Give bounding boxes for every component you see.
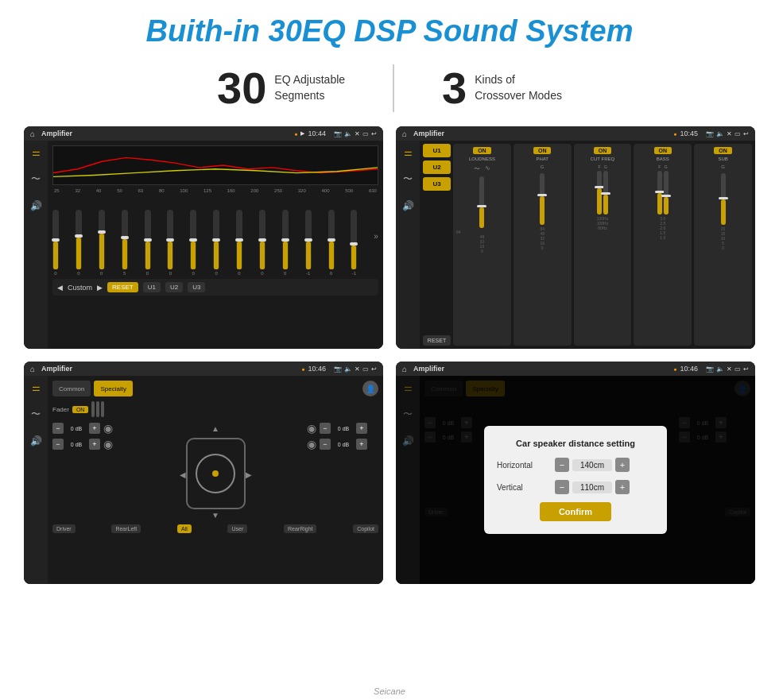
u1-btn-left[interactable]: U1 <box>423 144 451 157</box>
bass-freq-labels: 3.0 2.5 2.0 1.5 1.0 <box>660 216 665 240</box>
loudness-ticks: 48 32 16 0 <box>480 234 485 253</box>
confirm-button[interactable]: Confirm <box>540 502 611 521</box>
vertical-plus-btn[interactable]: + <box>615 480 630 494</box>
wave-icon-1[interactable]: 〜 <box>31 172 41 186</box>
slider-1[interactable]: 0 <box>52 210 59 276</box>
fader-track-3[interactable] <box>101 401 104 417</box>
copilot-btn-3[interactable]: Copilot <box>353 524 378 533</box>
arrow-up-icon[interactable]: ▲ <box>211 424 219 433</box>
distance-dialog: Car speaker distance setting Horizontal … <box>484 426 667 534</box>
wave-icon-3[interactable]: 〜 <box>31 408 41 421</box>
user-btn-3[interactable]: User <box>227 524 247 533</box>
fader-track-2[interactable] <box>96 401 99 417</box>
rearleft-btn-3[interactable]: RearLeft <box>111 524 141 533</box>
prev-icon[interactable]: ◀ <box>57 284 63 292</box>
wave-icon-2[interactable]: 〜 <box>403 172 413 186</box>
slider-5[interactable]: 0 <box>145 210 151 276</box>
rr-minus[interactable]: − <box>320 439 331 450</box>
slider-10[interactable]: 0 <box>259 210 265 276</box>
bass-on-btn[interactable]: ON <box>654 147 672 154</box>
fr-plus[interactable]: + <box>356 423 367 434</box>
fl-minus[interactable]: − <box>52 423 64 434</box>
cutfreq-freq-labels: 120Hz 100Hz 80Hz <box>597 216 608 230</box>
slider-14[interactable]: -1 <box>351 210 357 276</box>
all-btn-3[interactable]: All <box>177 524 192 533</box>
screen4-time: 10:46 <box>680 365 698 373</box>
horizontal-minus-btn[interactable]: − <box>555 458 569 472</box>
rearright-btn-3[interactable]: RearRight <box>284 524 317 533</box>
eq-icon-3[interactable]: ⚌ <box>32 382 41 393</box>
fl-control: − 0 dB + ◉ <box>52 422 124 435</box>
arrow-down-icon[interactable]: ▼ <box>211 511 219 520</box>
tab-specialty-3[interactable]: Specialty <box>94 381 132 396</box>
slider-6[interactable]: 0 <box>167 210 173 276</box>
cutfreq-g-slider[interactable] <box>603 171 608 215</box>
bass-f-slider[interactable] <box>657 171 662 215</box>
cutfreq-on-btn[interactable]: ON <box>594 147 612 154</box>
home-icon-2[interactable]: ⌂ <box>402 130 407 138</box>
horizontal-label: Horizontal <box>497 461 548 470</box>
tab-common-3[interactable]: Common <box>52 381 91 396</box>
slider-2[interactable]: 0 <box>76 210 82 276</box>
bass-g-slider[interactable] <box>664 171 669 215</box>
screen3-title: Amplifier <box>41 365 298 373</box>
slider-7[interactable]: 0 <box>190 210 196 276</box>
loudness-slider[interactable] <box>479 176 484 228</box>
eq-icon-1[interactable]: ⚌ <box>32 147 41 158</box>
u1-btn-1[interactable]: U1 <box>143 282 161 292</box>
vol-icon-1[interactable]: 🔊 <box>30 200 42 211</box>
driver-btn-3[interactable]: Driver <box>52 524 76 533</box>
home-icon-4[interactable]: ⌂ <box>402 365 407 373</box>
horizontal-plus-btn[interactable]: + <box>615 458 630 472</box>
screen1-main: 253240 506380 100125160 200250320 400500… <box>48 141 383 349</box>
rl-minus[interactable]: − <box>52 439 64 450</box>
eq-icon-2[interactable]: ⚌ <box>404 147 413 158</box>
wave1-icon[interactable]: 〜 <box>474 164 480 173</box>
slider-9[interactable]: 0 <box>236 210 242 276</box>
rl-plus[interactable]: + <box>89 439 100 450</box>
slider-8[interactable]: 0 <box>213 210 219 276</box>
fr-control: ◉ − 0 dB + <box>307 422 378 435</box>
fr-speaker-icon: ◉ <box>307 422 316 435</box>
fader-on-badge: ON <box>72 406 89 413</box>
sub-on-btn[interactable]: ON <box>714 147 732 154</box>
rr-value: 0 dB <box>332 442 355 447</box>
rr-plus[interactable]: + <box>356 439 367 450</box>
phat-on-btn[interactable]: ON <box>533 147 552 154</box>
phat-slider[interactable] <box>540 173 545 225</box>
slider-11[interactable]: 0 <box>282 210 289 276</box>
u3-btn-1[interactable]: U3 <box>188 282 205 292</box>
arrow-left-icon[interactable]: ◀ <box>180 466 186 481</box>
vertical-minus-btn[interactable]: − <box>555 480 569 494</box>
fader-track-1[interactable] <box>91 401 95 417</box>
dot-icons-2: ● <box>673 131 676 137</box>
reset-btn-1[interactable]: RESET <box>107 282 138 292</box>
u3-btn-left[interactable]: U3 <box>423 177 451 191</box>
slider-4[interactable]: 5 <box>122 210 128 276</box>
car-body: ◀ ▶ <box>186 438 246 509</box>
bass-sliders: F G <box>657 164 669 216</box>
home-icon-3[interactable]: ⌂ <box>30 365 35 373</box>
u2-btn-1[interactable]: U2 <box>165 282 183 292</box>
next-icon[interactable]: ▶ <box>97 284 103 292</box>
u2-btn-left[interactable]: U2 <box>423 160 451 174</box>
slider-3[interactable]: 0 <box>99 210 105 276</box>
wave2-icon[interactable]: ∿ <box>485 164 490 173</box>
vol-icon-2[interactable]: 🔊 <box>402 200 414 211</box>
fr-minus[interactable]: − <box>320 423 331 434</box>
dot-icons-1: ● <box>294 131 297 137</box>
slider-12[interactable]: -1 <box>305 210 312 276</box>
screen2-inner: ⚌ 〜 🔊 U1 U2 U3 RESET ON LOUDNESS <box>396 141 755 349</box>
cutfreq-sliders: F G <box>597 164 608 216</box>
sub-slider[interactable] <box>721 173 726 225</box>
fl-plus[interactable]: + <box>89 423 100 434</box>
arrow-right-icon[interactable]: ▶ <box>246 466 252 481</box>
slider-13[interactable]: 0 <box>328 210 335 276</box>
home-icon-1[interactable]: ⌂ <box>30 130 35 138</box>
more-icon[interactable]: » <box>374 232 378 241</box>
amp-phat: ON PHAT G 64 48 32 16 0 <box>514 144 572 346</box>
eq-bottom-controls: ◀ Custom ▶ RESET U1 U2 U3 <box>52 279 378 296</box>
vol-icon-3[interactable]: 🔊 <box>30 435 42 447</box>
reset-btn-2[interactable]: RESET <box>423 335 451 346</box>
loudness-on-btn[interactable]: ON <box>473 147 491 154</box>
